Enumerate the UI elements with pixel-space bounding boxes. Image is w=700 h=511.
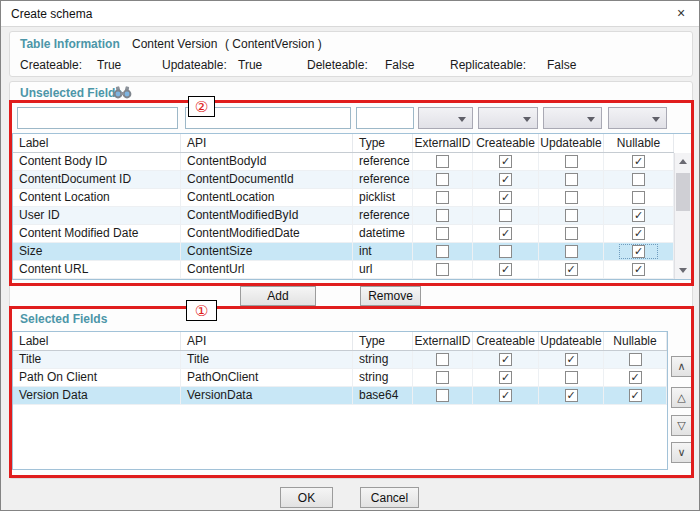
prop-createable-label: Createable: [20, 58, 82, 72]
filter-type-input[interactable] [356, 107, 414, 129]
column-header-externalid[interactable]: ExternalID [413, 134, 473, 152]
externalid-checkbox[interactable] [436, 209, 449, 222]
filter-label-input[interactable] [17, 107, 178, 129]
column-header-createable[interactable]: Createable [473, 332, 539, 350]
prop-replicateable-value: False [547, 58, 576, 72]
externalid-checkbox[interactable] [436, 191, 449, 204]
column-header-createable[interactable]: Createable [473, 134, 539, 152]
close-icon[interactable]: × [671, 5, 691, 23]
createable-checkbox[interactable]: ✓ [499, 263, 512, 276]
column-header-api[interactable]: API [181, 332, 353, 350]
externalid-checkbox[interactable] [436, 371, 449, 384]
updateable-checkbox[interactable] [565, 245, 578, 258]
titlebar: Create schema × [1, 1, 699, 27]
createable-checkbox[interactable]: ✓ [499, 173, 512, 186]
createable-checkbox[interactable]: ✓ [499, 191, 512, 204]
remove-button[interactable]: Remove [360, 286, 421, 306]
field-row-contentsize[interactable]: SizeContentSizeint✓ [13, 243, 674, 261]
column-header-label[interactable]: Label [13, 134, 181, 152]
vertical-scrollbar[interactable] [674, 153, 691, 279]
createable-checkbox[interactable] [499, 245, 512, 258]
cell-nullable: ✓ [604, 153, 674, 170]
nullable-checkbox[interactable]: ✓ [629, 389, 642, 402]
cell-updateable [539, 369, 604, 386]
nullable-checkbox[interactable]: ✓ [632, 245, 645, 258]
updateable-checkbox[interactable] [565, 209, 578, 222]
column-header-externalid[interactable]: ExternalID [413, 332, 473, 350]
move-up-button[interactable]: △ [671, 387, 692, 408]
externalid-checkbox[interactable] [436, 353, 449, 366]
createable-checkbox[interactable]: ✓ [499, 389, 512, 402]
cell-createable [473, 207, 539, 224]
filter-externalid-dropdown[interactable] [418, 107, 473, 129]
externalid-checkbox[interactable] [436, 173, 449, 186]
cell-createable: ✓ [473, 171, 539, 188]
updateable-checkbox[interactable] [565, 371, 578, 384]
scroll-up-icon[interactable] [675, 153, 691, 169]
column-header-nullable[interactable]: Nullable [604, 332, 667, 350]
createable-checkbox[interactable] [499, 209, 512, 222]
externalid-checkbox[interactable] [436, 389, 449, 402]
prop-deleteable-label: Deleteable: [307, 58, 368, 72]
cancel-button[interactable]: Cancel [360, 487, 419, 508]
updateable-checkbox[interactable]: ✓ [565, 353, 578, 366]
updateable-checkbox[interactable]: ✓ [565, 263, 578, 276]
nullable-checkbox[interactable] [629, 353, 642, 366]
cell-externalid [413, 387, 473, 404]
nullable-checkbox[interactable] [632, 191, 645, 204]
createable-checkbox[interactable]: ✓ [499, 227, 512, 240]
externalid-checkbox[interactable] [436, 155, 449, 168]
cell-label: Content Modified Date [13, 225, 181, 242]
cell-label: Title [13, 351, 181, 368]
field-row-title[interactable]: TitleTitlestring✓✓ [13, 351, 667, 369]
nullable-checkbox[interactable]: ✓ [632, 155, 645, 168]
column-header-type[interactable]: Type [353, 332, 413, 350]
column-header-api[interactable]: API [181, 134, 353, 152]
scrollbar-thumb[interactable] [676, 173, 690, 211]
externalid-checkbox[interactable] [436, 227, 449, 240]
cell-externalid [413, 153, 473, 170]
move-top-button[interactable]: ∧ [671, 356, 692, 377]
move-bottom-button[interactable]: ∨ [671, 442, 692, 463]
createable-checkbox[interactable]: ✓ [499, 371, 512, 384]
column-header-nullable[interactable]: Nullable [604, 134, 674, 152]
filter-nullable-dropdown[interactable] [608, 107, 667, 129]
updateable-checkbox[interactable] [565, 191, 578, 204]
externalid-checkbox[interactable] [436, 263, 449, 276]
filter-api-input[interactable] [185, 107, 351, 129]
updateable-checkbox[interactable] [565, 173, 578, 186]
createable-checkbox[interactable]: ✓ [499, 155, 512, 168]
createable-checkbox[interactable]: ✓ [499, 353, 512, 366]
field-row-contenturl[interactable]: Content URLContentUrlurl✓✓✓ [13, 261, 674, 279]
column-header-updateable[interactable]: Updateable [539, 332, 604, 350]
updateable-checkbox[interactable] [565, 155, 578, 168]
filter-updateable-dropdown[interactable] [543, 107, 602, 129]
nullable-checkbox[interactable]: ✓ [632, 263, 645, 276]
object-api-name: ( ContentVersion ) [225, 37, 322, 51]
field-row-versiondata[interactable]: Version DataVersionDatabase64✓✓✓ [13, 387, 667, 405]
field-row-contentbodyid[interactable]: Content Body IDContentBodyIdreference✓✓ [13, 153, 674, 171]
nullable-checkbox[interactable] [632, 173, 645, 186]
ok-button[interactable]: OK [280, 487, 333, 508]
cell-externalid [413, 171, 473, 188]
field-row-contentdocumentid[interactable]: ContentDocument IDContentDocumentIdrefer… [13, 171, 674, 189]
externalid-checkbox[interactable] [436, 245, 449, 258]
updateable-checkbox[interactable] [565, 227, 578, 240]
nullable-checkbox[interactable]: ✓ [632, 209, 645, 222]
nullable-checkbox[interactable]: ✓ [632, 227, 645, 240]
cell-label: User ID [13, 207, 181, 224]
cell-createable: ✓ [473, 387, 539, 404]
scroll-down-icon[interactable] [675, 263, 691, 279]
add-button[interactable]: Add [240, 286, 316, 306]
column-header-type[interactable]: Type [353, 134, 413, 152]
field-row-contentmodifieddate[interactable]: Content Modified DateContentModifiedDate… [13, 225, 674, 243]
column-header-updateable[interactable]: Updateable [539, 134, 604, 152]
updateable-checkbox[interactable]: ✓ [565, 389, 578, 402]
field-row-pathonclient[interactable]: Path On ClientPathOnClientstring✓✓ [13, 369, 667, 387]
field-row-contentmodifiedbyid[interactable]: User IDContentModifiedByIdreference✓ [13, 207, 674, 225]
field-row-contentlocation[interactable]: Content LocationContentLocationpicklist✓ [13, 189, 674, 207]
move-down-button[interactable]: ▽ [671, 415, 692, 436]
column-header-label[interactable]: Label [13, 332, 181, 350]
nullable-checkbox[interactable]: ✓ [629, 371, 642, 384]
filter-createable-dropdown[interactable] [478, 107, 538, 129]
